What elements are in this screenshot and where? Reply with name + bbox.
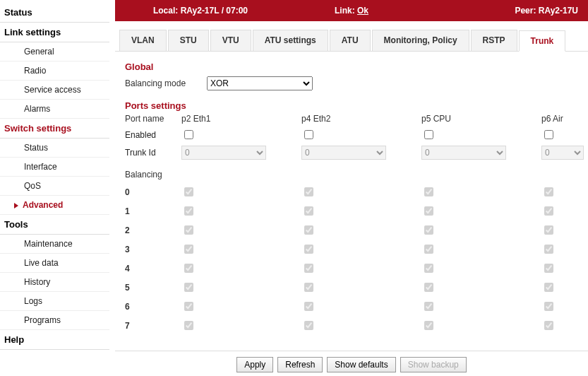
show-backup-button[interactable]: Show backup <box>400 357 467 372</box>
nav-status[interactable]: Status <box>0 3 109 23</box>
balancing-index: 5 <box>125 283 130 293</box>
balancing-checkbox[interactable] <box>184 283 193 292</box>
nav-tools[interactable]: Tools <box>0 215 109 235</box>
balancing-index: 6 <box>125 302 130 312</box>
nav-alarms[interactable]: Alarms <box>0 100 109 119</box>
nav-radio[interactable]: Radio <box>0 61 109 81</box>
nav-maintenance[interactable]: Maintenance <box>0 235 109 254</box>
balancing-checkbox[interactable] <box>424 187 433 196</box>
balancing-index: 0 <box>125 187 130 197</box>
sidebar: Status Link settings General Radio Servi… <box>0 0 109 376</box>
enabled-p2[interactable] <box>184 130 193 139</box>
nav-qos[interactable]: QoS <box>0 177 109 196</box>
balancing-checkbox[interactable] <box>184 264 193 273</box>
balancing-checkbox[interactable] <box>304 245 313 254</box>
balancing-checkbox[interactable] <box>304 225 313 235</box>
tab-vlan[interactable]: VLAN <box>119 30 167 51</box>
balancing-checkbox[interactable] <box>544 302 553 311</box>
nav-advanced[interactable]: Advanced <box>0 196 109 215</box>
balancing-checkbox[interactable] <box>184 321 193 330</box>
balancing-row: 4 <box>125 262 578 275</box>
balancing-checkbox[interactable] <box>184 225 193 235</box>
tab-atu[interactable]: ATU <box>330 30 371 51</box>
balancing-checkbox[interactable] <box>424 245 433 254</box>
balancing-index: 3 <box>125 245 130 254</box>
balancing-checkbox[interactable] <box>424 264 433 273</box>
nav-help[interactable]: Help <box>0 330 109 350</box>
balancing-checkbox[interactable] <box>424 321 433 330</box>
nav-general[interactable]: General <box>0 42 109 61</box>
balancing-row: 3 <box>125 242 578 256</box>
tabs: VLAN STU VTU ATU settings ATU Monitoring… <box>115 30 588 52</box>
balancing-index: 2 <box>125 225 130 235</box>
balancing-mode-select[interactable]: XOR <box>207 76 313 90</box>
enabled-p6[interactable] <box>544 130 553 139</box>
balancing-checkbox[interactable] <box>544 283 553 292</box>
balancing-checkbox[interactable] <box>544 187 553 196</box>
enabled-label: Enabled <box>125 130 181 140</box>
nav-interface[interactable]: Interface <box>0 158 109 177</box>
tab-stu[interactable]: STU <box>168 30 209 51</box>
balancing-checkbox[interactable] <box>304 283 313 292</box>
nav-programs[interactable]: Programs <box>0 311 109 330</box>
link-value[interactable]: Ok <box>357 6 368 16</box>
nav-logs[interactable]: Logs <box>0 292 109 311</box>
balancing-checkbox[interactable] <box>304 206 313 216</box>
port-col-2: p5 CPU <box>421 114 541 124</box>
nav-service-access[interactable]: Service access <box>0 81 109 100</box>
balancing-checkbox[interactable] <box>184 245 193 254</box>
nav-link-settings[interactable]: Link settings <box>0 23 109 42</box>
tab-vtu[interactable]: VTU <box>210 30 251 51</box>
balancing-label: Balancing <box>125 170 578 180</box>
balancing-checkbox[interactable] <box>544 206 553 216</box>
balancing-checkbox[interactable] <box>184 206 193 216</box>
balancing-row: 7 <box>125 319 578 332</box>
balancing-row: 2 <box>125 223 578 237</box>
nav-history[interactable]: History <box>0 273 109 292</box>
footer: Apply Refresh Show defaults Show backup <box>115 351 588 376</box>
peer-value: RAy2-17U <box>539 6 578 16</box>
content: Global Balancing mode XOR Ports settings… <box>115 52 588 338</box>
balancing-checkbox[interactable] <box>424 283 433 292</box>
trunk-id-p4[interactable]: 0 <box>301 146 386 160</box>
balancing-checkbox[interactable] <box>544 245 553 254</box>
trunk-id-p5[interactable]: 0 <box>421 146 506 160</box>
enabled-p5[interactable] <box>424 130 433 139</box>
balancing-index: 7 <box>125 321 130 331</box>
refresh-button[interactable]: Refresh <box>277 357 323 372</box>
balancing-checkbox[interactable] <box>184 187 193 196</box>
balancing-checkbox[interactable] <box>184 302 193 311</box>
enabled-p4[interactable] <box>304 130 313 139</box>
tab-atu-settings[interactable]: ATU settings <box>253 30 328 51</box>
balancing-checkbox[interactable] <box>304 264 313 273</box>
balancing-checkbox[interactable] <box>424 302 433 311</box>
nav-switch-settings[interactable]: Switch settings <box>0 119 109 139</box>
balancing-checkbox[interactable] <box>424 225 433 235</box>
ports-title: Ports settings <box>125 100 578 111</box>
balancing-checkbox[interactable] <box>424 206 433 216</box>
balancing-checkbox[interactable] <box>544 321 553 330</box>
local-label: Local: <box>153 6 178 16</box>
tab-rstp[interactable]: RSTP <box>471 30 517 51</box>
nav-switch-status[interactable]: Status <box>0 139 109 158</box>
balancing-checkbox[interactable] <box>304 321 313 330</box>
balancing-checkbox[interactable] <box>544 225 553 235</box>
show-defaults-button[interactable]: Show defaults <box>327 357 395 372</box>
nav-live-data[interactable]: Live data <box>0 254 109 273</box>
balancing-row: 0 <box>125 185 578 199</box>
balancing-row: 1 <box>125 204 578 218</box>
tab-monitoring-policy[interactable]: Monitoring, Policy <box>372 30 469 51</box>
trunk-id-p2[interactable]: 0 <box>181 146 266 160</box>
peer-label: Peer: <box>515 6 536 16</box>
main-panel: Local: RAy2-17L / 07:00 Link: Ok Peer: R… <box>109 0 588 376</box>
tab-trunk[interactable]: Trunk <box>519 30 566 52</box>
global-title: Global <box>125 61 578 72</box>
local-value: RAy2-17L / 07:00 <box>181 6 248 16</box>
balancing-checkbox[interactable] <box>304 302 313 311</box>
link-label: Link: <box>335 6 355 16</box>
port-name-label: Port name <box>125 114 181 124</box>
apply-button[interactable]: Apply <box>236 357 273 372</box>
trunk-id-p6[interactable]: 0 <box>541 146 584 160</box>
balancing-checkbox[interactable] <box>304 187 313 196</box>
balancing-checkbox[interactable] <box>544 264 553 273</box>
